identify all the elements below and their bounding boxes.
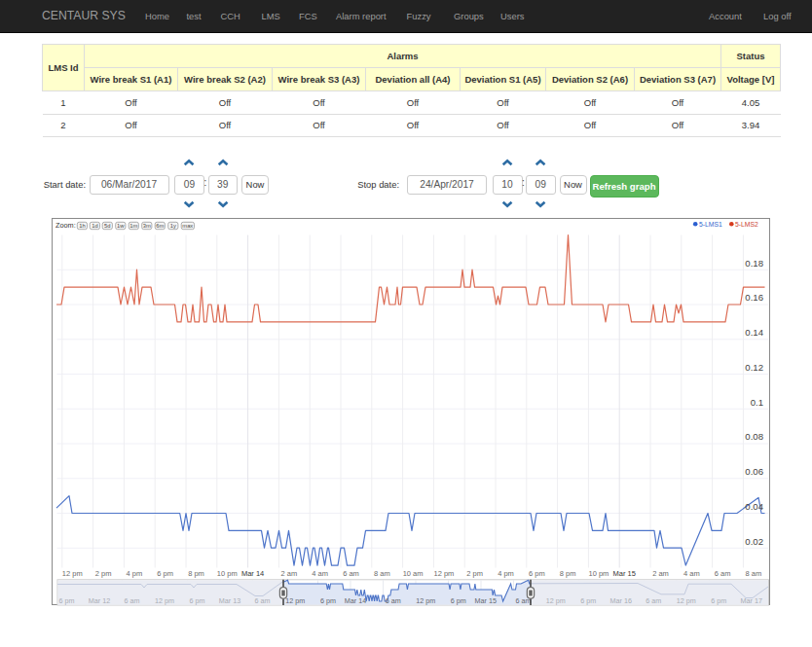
- svg-text:0.18: 0.18: [745, 258, 763, 269]
- svg-text:12 pm: 12 pm: [546, 596, 566, 605]
- svg-text:Mar 17: Mar 17: [741, 596, 762, 605]
- svg-text:6 pm: 6 pm: [580, 596, 596, 605]
- svg-text:12 pm: 12 pm: [62, 569, 83, 578]
- svg-text:0.02: 0.02: [745, 536, 763, 547]
- svg-text:Mar 15: Mar 15: [475, 596, 497, 605]
- svg-text:0.12: 0.12: [745, 362, 763, 373]
- svg-text:Mar 15: Mar 15: [613, 569, 636, 578]
- svg-text:12 pm: 12 pm: [677, 596, 696, 605]
- svg-text:6 pm: 6 pm: [529, 569, 545, 578]
- svg-text:Mar 16: Mar 16: [610, 596, 632, 605]
- svg-text:1y: 1y: [170, 223, 176, 229]
- svg-text:0.14: 0.14: [745, 327, 763, 338]
- svg-text:12 pm: 12 pm: [155, 596, 174, 605]
- svg-text:5-LMS1: 5-LMS1: [699, 221, 722, 228]
- svg-text:6m: 6m: [156, 223, 164, 229]
- svg-text:8 am: 8 am: [374, 569, 390, 578]
- svg-text:1h: 1h: [79, 223, 85, 229]
- svg-text:1w: 1w: [117, 223, 125, 229]
- svg-text:Mar 14: Mar 14: [241, 569, 264, 578]
- svg-text:2 am: 2 am: [281, 569, 298, 578]
- svg-text:10 am: 10 am: [403, 569, 424, 578]
- svg-text:Zoom:: Zoom:: [55, 221, 76, 230]
- svg-text:8 pm: 8 pm: [188, 569, 204, 578]
- svg-text:Mar 13: Mar 13: [219, 596, 240, 605]
- svg-text:2 pm: 2 pm: [466, 569, 483, 578]
- svg-text:Mar 12: Mar 12: [89, 596, 110, 605]
- svg-text:3m: 3m: [143, 223, 151, 229]
- svg-text:0.16: 0.16: [745, 292, 763, 303]
- svg-text:12 pm: 12 pm: [285, 596, 305, 605]
- svg-text:6 am: 6 am: [715, 569, 731, 578]
- svg-text:6 am: 6 am: [646, 596, 661, 605]
- svg-text:6 pm: 6 pm: [451, 596, 466, 605]
- svg-text:6 am: 6 am: [125, 596, 140, 605]
- svg-text:12 pm: 12 pm: [433, 569, 454, 578]
- svg-text:0.04: 0.04: [745, 501, 763, 512]
- svg-text:6 am: 6 am: [255, 596, 271, 605]
- svg-text:6 am: 6 am: [386, 596, 401, 605]
- svg-text:10 pm: 10 pm: [217, 569, 238, 578]
- svg-text:5-LMS2: 5-LMS2: [735, 221, 758, 228]
- svg-text:12 pm: 12 pm: [416, 596, 435, 605]
- svg-text:6 pm: 6 pm: [711, 596, 726, 605]
- svg-text:4 am: 4 am: [683, 569, 700, 578]
- svg-text:6 pm: 6 pm: [190, 596, 205, 605]
- svg-text:4 pm: 4 pm: [127, 569, 143, 578]
- svg-text:0.06: 0.06: [745, 466, 763, 477]
- svg-text:2 am: 2 am: [652, 569, 669, 578]
- svg-text:0.08: 0.08: [745, 431, 763, 442]
- svg-text:6 pm: 6 pm: [157, 569, 173, 578]
- svg-text:4 am: 4 am: [312, 569, 328, 578]
- svg-text:6 pm: 6 pm: [59, 596, 75, 605]
- svg-text:1m: 1m: [129, 223, 137, 229]
- svg-text:6 pm: 6 pm: [320, 596, 336, 605]
- svg-text:4 pm: 4 pm: [498, 569, 514, 578]
- svg-text:2 pm: 2 pm: [95, 569, 112, 578]
- svg-text:0.1: 0.1: [751, 397, 763, 408]
- svg-text:1d: 1d: [92, 223, 97, 229]
- svg-text:max: max: [182, 223, 193, 229]
- svg-text:10 pm: 10 pm: [588, 569, 609, 578]
- svg-text:Mar 14: Mar 14: [345, 596, 366, 605]
- svg-text:8 pm: 8 pm: [560, 569, 576, 578]
- svg-text:6 am: 6 am: [343, 569, 359, 578]
- svg-text:8 am: 8 am: [746, 569, 762, 578]
- svg-text:5d: 5d: [104, 223, 110, 229]
